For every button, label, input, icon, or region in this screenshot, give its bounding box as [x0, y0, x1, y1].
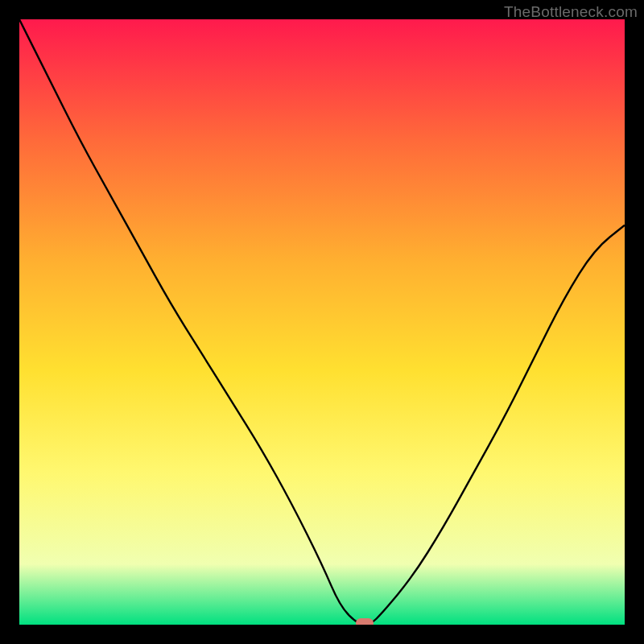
- watermark-text: TheBottleneck.com: [504, 3, 638, 21]
- svg-rect-0: [19, 19, 625, 625]
- gradient-background: [19, 19, 625, 625]
- optimum-marker: [356, 618, 374, 625]
- chart-plot-area: [19, 19, 625, 625]
